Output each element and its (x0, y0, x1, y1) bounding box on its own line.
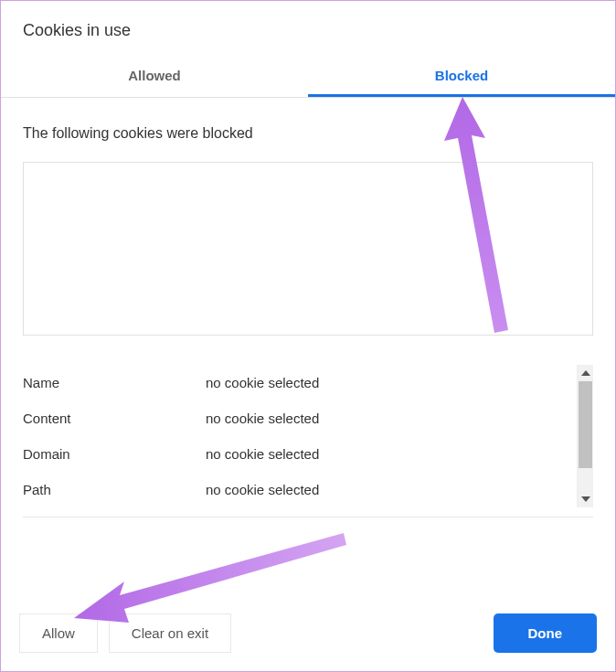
tab-blocked[interactable]: Blocked (308, 59, 615, 97)
detail-row-content: Content no cookie selected (23, 400, 593, 436)
dialog-header: Cookies in use (1, 1, 615, 59)
scroll-down-icon[interactable] (578, 491, 593, 507)
tab-allowed[interactable]: Allowed (1, 59, 308, 97)
domain-label: Domain (23, 446, 206, 462)
detail-row-name: Name no cookie selected (23, 365, 593, 400)
detail-row-domain: Domain no cookie selected (23, 436, 593, 472)
blocked-subtitle: The following cookies were blocked (23, 125, 593, 142)
tab-bar: Allowed Blocked (1, 59, 615, 98)
dialog-title: Cookies in use (23, 21, 593, 40)
dialog-footer: Allow Clear on exit Done (19, 613, 597, 653)
path-label: Path (23, 482, 206, 497)
content-area: The following cookies were blocked Name … (1, 98, 615, 517)
cookie-list[interactable] (23, 162, 593, 336)
detail-row-path: Path no cookie selected (23, 472, 593, 507)
clear-on-exit-button[interactable]: Clear on exit (109, 613, 231, 653)
path-value: no cookie selected (206, 482, 319, 497)
name-value: no cookie selected (206, 375, 319, 390)
details-scrollbar[interactable] (577, 365, 593, 507)
scroll-up-icon[interactable] (578, 365, 593, 381)
done-button[interactable]: Done (494, 613, 598, 653)
content-value: no cookie selected (206, 411, 319, 426)
content-label: Content (23, 411, 206, 426)
name-label: Name (23, 375, 206, 390)
domain-value: no cookie selected (206, 446, 319, 462)
annotation-arrow-icon (74, 531, 348, 623)
allow-button[interactable]: Allow (19, 613, 98, 653)
cookie-details-panel: Name no cookie selected Content no cooki… (23, 365, 593, 507)
divider (23, 517, 593, 517)
scroll-thumb[interactable] (579, 381, 592, 468)
